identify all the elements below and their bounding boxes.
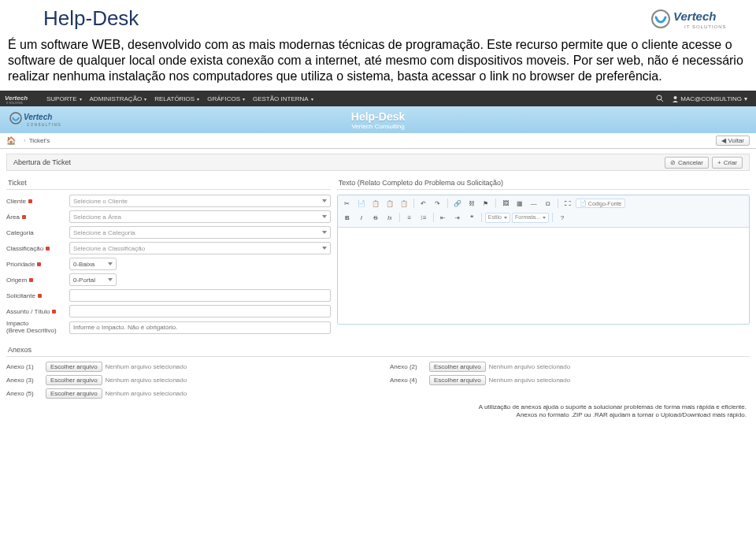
anexo-2-label: Anexo (2) [390, 363, 429, 370]
anchor-icon[interactable]: ⚑ [480, 198, 492, 209]
maximize-icon[interactable]: ⛶ [561, 198, 574, 209]
anexo-1-status: Nenhum arquivo selecionado [106, 363, 187, 370]
copy-icon[interactable]: 📄 [355, 198, 368, 209]
anexos-note: A utilização de anexos ajuda o suporte a… [6, 403, 750, 420]
criar-button[interactable]: +Criar [712, 157, 743, 169]
page-description: É um software WEB, desenvolvido com as m… [0, 34, 756, 91]
anexo-3-file-button[interactable]: Escolher arquivo [46, 375, 102, 385]
undo-icon[interactable]: ↶ [417, 198, 430, 209]
source-button[interactable]: 📄Código-Fonte [576, 199, 625, 208]
origem-select[interactable]: 0-Portal [69, 273, 117, 286]
italic-icon[interactable]: I [355, 212, 368, 223]
anexo-5-label: Anexo (5) [6, 390, 46, 397]
unlink-icon[interactable]: ⛓ [465, 198, 478, 209]
area-select[interactable]: Selecione a Área [69, 210, 331, 223]
svg-point-7 [674, 96, 677, 99]
paste-word-icon[interactable]: 📋 [398, 198, 410, 209]
anexo-2-file-button[interactable]: Escolher arquivo [429, 362, 486, 372]
required-icon [28, 199, 32, 203]
classificacao-select[interactable]: Selecione a Classificação [69, 242, 331, 254]
anexo-1-file-button[interactable]: Escolher arquivo [46, 362, 102, 372]
nav-relatorios[interactable]: RELATÓRIOS▾ [150, 91, 203, 106]
banner-subtitle: Vertech Consulting [351, 123, 404, 130]
prioridade-label: Prioridade [6, 261, 69, 268]
svg-text:Vertech: Vertech [673, 9, 716, 23]
solicitante-input[interactable] [69, 289, 331, 302]
categoria-label: Categoria [6, 229, 69, 236]
numbered-list-icon[interactable]: ≡ [403, 212, 416, 223]
impacto-label: Impacto(Breve Descritivo) [6, 321, 69, 335]
svg-point-0 [652, 10, 669, 28]
anexo-3-status: Nenhum arquivo selecionado [106, 377, 187, 384]
voltar-button[interactable]: ◀Voltar [716, 136, 750, 146]
top-navigation: VertechIT SOLUTIONS SUPORTE▾ ADMINISTRAÇ… [0, 91, 756, 106]
section-title: Abertura de Ticket [13, 158, 71, 166]
help-icon[interactable]: ? [556, 212, 569, 223]
anexo-2-status: Nenhum arquivo selecionado [489, 363, 571, 370]
solicitante-label: Solicitante [6, 292, 69, 299]
svg-text:IT SOLUTIONS: IT SOLUTIONS [6, 102, 23, 104]
impacto-input[interactable] [69, 321, 331, 334]
ticket-subhead: Ticket [6, 176, 331, 190]
user-menu[interactable]: MAC@CONSULTING▾ [668, 95, 751, 102]
nav-gestao-interna[interactable]: GESTÃO INTERNA▾ [249, 91, 317, 106]
special-char-icon[interactable]: Ω [542, 198, 554, 209]
hr-icon[interactable]: — [528, 198, 540, 209]
anexo-row-5: Anexo (5) Escolher arquivo Nenhum arquiv… [6, 388, 366, 399]
indent-icon[interactable]: ⇥ [451, 212, 464, 223]
svg-text:Vertech: Vertech [5, 95, 28, 102]
anexo-row-1: Anexo (1) Escolher arquivo Nenhum arquiv… [6, 362, 366, 372]
anexo-5-status: Nenhum arquivo selecionado [106, 390, 187, 397]
cancelar-button[interactable]: ⊘Cancelar [665, 157, 709, 169]
anexo-4-status: Nenhum arquivo selecionado [489, 377, 571, 384]
strike-icon[interactable]: S [369, 212, 382, 223]
categoria-select[interactable]: Selecione a Categoria [69, 226, 331, 239]
anexo-row-2: Anexo (2) Escolher arquivo Nenhum arquiv… [390, 362, 750, 372]
nav-suporte[interactable]: SUPORTE▾ [43, 91, 86, 106]
anexo-row-3: Anexo (3) Escolher arquivo Nenhum arquiv… [6, 375, 366, 385]
paste-icon[interactable]: 📋 [369, 198, 382, 209]
link-icon[interactable]: 🔗 [451, 198, 464, 209]
cut-icon[interactable]: ✂ [341, 198, 354, 209]
svg-line-6 [661, 99, 663, 102]
banner-title: Help-Desk [351, 110, 405, 123]
assunto-input[interactable] [69, 305, 331, 317]
editor-toolbar: ✂ 📄 📋 📋 📋 ↶ ↷ 🔗 ⛓ ⚑ 🖼 ▦ — Ω [338, 195, 749, 228]
image-icon[interactable]: 🖼 [499, 198, 512, 209]
crumb-tickets[interactable]: Ticket's [29, 137, 50, 144]
required-icon [52, 310, 56, 314]
cliente-label: Cliente [6, 198, 69, 205]
redo-icon[interactable]: ↷ [432, 198, 444, 209]
svg-text:IT SOLUTIONS: IT SOLUTIONS [684, 24, 727, 29]
prioridade-select[interactable]: 0-Baixa [69, 258, 117, 270]
format-select[interactable]: Formata... [512, 213, 549, 223]
anexo-row-4: Anexo (4) Escolher arquivo Nenhum arquiv… [390, 375, 750, 385]
home-icon[interactable]: 🏠 [6, 136, 16, 145]
table-icon[interactable]: ▦ [513, 198, 526, 209]
nav-administracao[interactable]: ADMINISTRAÇÃO▾ [86, 91, 151, 106]
anexo-5-file-button[interactable]: Escolher arquivo [46, 388, 102, 399]
paste-text-icon[interactable]: 📋 [384, 198, 396, 209]
required-icon [38, 294, 42, 298]
bullet-list-icon[interactable]: ⁝≡ [417, 212, 430, 223]
bold-icon[interactable]: B [341, 212, 354, 223]
nav-graficos[interactable]: GRÁFICOS▾ [203, 91, 249, 106]
svg-point-8 [10, 113, 21, 124]
section-header: Abertura de Ticket ⊘Cancelar +Criar [6, 154, 750, 171]
outdent-icon[interactable]: ⇤ [437, 212, 450, 223]
page-title: Help-Desk [43, 6, 713, 31]
anexo-1-label: Anexo (1) [6, 363, 46, 370]
anexo-4-label: Anexo (4) [390, 377, 429, 384]
rich-text-editor: ✂ 📄 📋 📋 📋 ↶ ↷ 🔗 ⛓ ⚑ 🖼 ▦ — Ω [337, 195, 750, 325]
style-select[interactable]: Estilo [485, 213, 510, 223]
quote-icon[interactable]: ❝ [465, 212, 478, 223]
cliente-select[interactable]: Selecione o Cliente [69, 195, 331, 207]
editor-textarea[interactable] [338, 228, 749, 324]
area-label: Área [6, 214, 69, 221]
texto-subhead: Texto (Relato Completo do Problema ou So… [337, 176, 750, 190]
anexo-4-file-button[interactable]: Escolher arquivo [429, 375, 486, 385]
assunto-label: Assunto / Título [6, 308, 69, 315]
remove-format-icon[interactable]: Ix [384, 212, 396, 223]
search-icon[interactable] [652, 95, 668, 102]
classificacao-label: Classificação [6, 245, 69, 252]
